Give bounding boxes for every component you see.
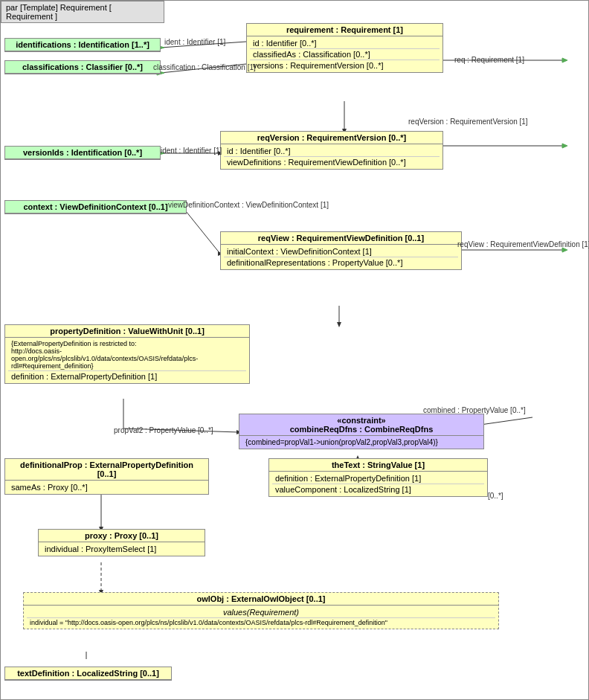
box-identifications: identifications : Identification [1..*] (4, 38, 161, 52)
box-propertydef-header: propertyDefinition : ValueWithUnit [0..1… (5, 325, 249, 338)
svg-line-25 (480, 417, 532, 425)
box-thetext-header: theText : StringValue [1] (269, 459, 487, 472)
box-classifications-header: classifications : Classifier [0..*] (5, 61, 160, 74)
diagram: par [Template] Requirement [ Requirement… (0, 0, 589, 700)
svg-line-15 (183, 208, 220, 254)
box-reqversion-header: reqVersion : RequirementVersion [0..*] (221, 132, 442, 144)
label-reqview: reqView : RequirementViewDefinition [1] (457, 240, 589, 248)
box-versionids: versionIds : Identification [0..*] (4, 146, 161, 160)
box-thetext: theText : StringValue [1] definition : E… (268, 458, 488, 497)
box-proxy-body: individual : ProxyItemSelect [1] (39, 542, 205, 556)
label-ident-1: ident : Identifier [1] (164, 38, 225, 46)
box-reqversion-row-2: viewDefinitions : RequirementViewDefinit… (224, 157, 440, 167)
box-definitionalprop: definitionalProp : ExternalPropertyDefin… (4, 458, 209, 495)
box-owlobj-row-1: values(Requirement) (27, 607, 495, 618)
label-ident-2: ident : Identifier [1] (161, 147, 222, 155)
box-thetext-body: definition : ExternalPropertyDefinition … (269, 472, 487, 496)
box-proxy: proxy : Proxy [0..1] individual : ProxyI… (38, 529, 205, 556)
svg-marker-7 (562, 58, 567, 62)
top-bar-label: par [Template] Requirement [ Requirement… (6, 3, 112, 21)
box-combinereq-body: {combined=propVal1->union(propVal2,propV… (239, 436, 483, 449)
box-propertydef-body: {ExternalPropertyDefinition is restricte… (5, 338, 249, 383)
label-viewdefcontext: viewDefinitionContext : ViewDefinitionCo… (168, 201, 329, 209)
box-reqversion-body: id : Identifier [0..*] viewDefinitions :… (221, 144, 442, 169)
label-reqversion: reqVersion : RequirementVersion [1] (408, 118, 528, 126)
box-identifications-header: identifications : Identification [1..*] (5, 39, 160, 51)
box-reqversion-row-1: id : Identifier [0..*] (224, 146, 440, 157)
box-textdef: textDefinition : LocalizedString [0..1] (4, 667, 172, 681)
box-thetext-row-1: definition : ExternalPropertyDefinition … (272, 473, 484, 484)
label-classification: classification : Classification [1] (153, 63, 256, 71)
label-req: req : Requirement [1] (454, 56, 524, 64)
box-textdef-header: textDefinition : LocalizedString [0..1] (5, 667, 171, 680)
box-combinereq-row-1: {combined=propVal1->union(propVal2,propV… (242, 437, 480, 447)
box-definitionalprop-header: definitionalProp : ExternalPropertyDefin… (5, 459, 208, 481)
box-requirement-body: id : Identifier [0..*] classifiedAs : Cl… (247, 36, 442, 72)
svg-marker-11 (562, 144, 567, 148)
box-context: context : ViewDefinitionContext [0..1] (4, 200, 187, 214)
box-proxy-header: proxy : Proxy [0..1] (39, 530, 205, 542)
box-owlobj-header: owlObj : ExternalOwlObject [0..1] (24, 593, 498, 606)
box-requirement-row-3: versions : RequirementVersion [0..*] (250, 60, 440, 71)
box-reqversion: reqVersion : RequirementVersion [0..*] i… (220, 131, 443, 170)
box-requirement: requirement : Requirement [1] id : Ident… (246, 23, 443, 73)
label-propval2: propVal2 : PropertyValue [0..*] (114, 426, 213, 434)
box-owlobj-row-2: individual = "http://docs.oasis-open.org… (27, 618, 495, 627)
box-owlobj-body: values(Requirement) individual = "http:/… (24, 606, 498, 629)
svg-marker-21 (337, 322, 341, 327)
box-reqview-header: reqView : RequirementViewDefinition [0..… (221, 232, 461, 245)
box-requirement-row-2: classifiedAs : Classification [0..*] (250, 49, 440, 60)
box-proxy-row-1: individual : ProxyItemSelect [1] (42, 544, 202, 554)
box-combinereq: «constraint»combineReqDfns : CombineReqD… (239, 414, 484, 449)
box-reqview-row-1: initialContext : ViewDefinitionContext [… (224, 246, 458, 257)
box-context-header: context : ViewDefinitionContext [0..1] (5, 201, 186, 213)
box-definitionalprop-body: sameAs : Proxy [0..*] (5, 481, 208, 494)
box-combinereq-header: «constraint»combineReqDfns : CombineReqD… (239, 414, 483, 436)
box-propertydef: propertyDefinition : ValueWithUnit [0..1… (4, 324, 250, 384)
box-reqview-row-2: definitionalRepresentations : PropertyVa… (224, 257, 458, 268)
box-versionids-header: versionIds : Identification [0..*] (5, 147, 160, 159)
box-thetext-row-2: valueComponent : LocalizedString [1] (272, 484, 484, 495)
box-propertydef-row-1: {ExternalPropertyDefinition is restricte… (8, 339, 246, 371)
label-multiplicity: [0..*] (488, 492, 503, 500)
box-reqview-body: initialContext : ViewDefinitionContext [… (221, 245, 461, 269)
box-definitionalprop-row-1: sameAs : Proxy [0..*] (8, 482, 205, 492)
box-classifications: classifications : Classifier [0..*] (4, 60, 161, 74)
box-propertydef-row-2: definition : ExternalPropertyDefinition … (8, 371, 246, 382)
box-requirement-header: requirement : Requirement [1] (247, 24, 442, 36)
box-reqview: reqView : RequirementViewDefinition [0..… (220, 231, 462, 270)
top-bar: par [Template] Requirement [ Requirement… (1, 1, 164, 23)
label-combined: combined : PropertyValue [0..*] (423, 406, 526, 414)
box-owlobj: owlObj : ExternalOwlObject [0..1] values… (23, 592, 499, 629)
box-requirement-row-1: id : Identifier [0..*] (250, 38, 440, 49)
